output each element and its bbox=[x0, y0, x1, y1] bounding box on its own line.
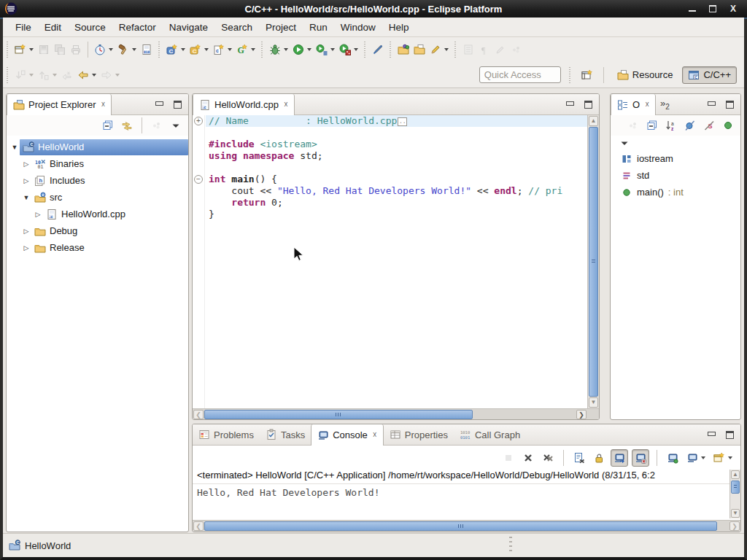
expand-arrow-icon[interactable]: ▷ bbox=[21, 228, 31, 235]
scroll-lock-button[interactable] bbox=[591, 449, 607, 467]
pin-console-button[interactable] bbox=[665, 449, 681, 467]
expand-arrow-icon[interactable]: ▷ bbox=[21, 177, 31, 184]
tab-tasks[interactable]: Tasks bbox=[260, 424, 311, 445]
scroll-right-icon[interactable]: ❯ bbox=[576, 410, 587, 419]
toolbar-handle[interactable] bbox=[4, 67, 11, 83]
maximize-view-button[interactable] bbox=[173, 101, 182, 109]
menu-source[interactable]: Source bbox=[68, 19, 112, 36]
status-resize-handle[interactable] bbox=[509, 537, 512, 554]
maximize-view-button[interactable] bbox=[725, 431, 735, 439]
tab-problems[interactable]: Problems bbox=[193, 424, 260, 445]
new-class-button[interactable]: G bbox=[234, 41, 258, 58]
tree-item-includes[interactable]: ▷hIncludes bbox=[7, 172, 188, 189]
hide-fields-button[interactable] bbox=[682, 117, 698, 134]
minimize-view-button[interactable] bbox=[707, 101, 716, 109]
open-perspective-button[interactable] bbox=[579, 66, 595, 84]
dropdown-chevron-icon[interactable] bbox=[701, 456, 705, 459]
open-resource-button[interactable] bbox=[411, 41, 427, 58]
tab-console[interactable]: Console☓ bbox=[311, 424, 384, 446]
scroll-left-icon[interactable]: ❮ bbox=[193, 410, 204, 419]
stdout-button[interactable] bbox=[611, 449, 628, 467]
dropdown-chevron-icon[interactable] bbox=[29, 48, 34, 51]
scroll-down-icon[interactable]: ▼ bbox=[731, 509, 740, 518]
maximize-editor-button[interactable] bbox=[584, 101, 593, 109]
editor-horizontal-scrollbar[interactable]: ❮ ❯ bbox=[193, 408, 599, 420]
close-icon[interactable]: ☓ bbox=[643, 100, 649, 109]
new-cpp-class-button[interactable]: C bbox=[187, 41, 211, 58]
tree-item-helloworld[interactable]: ▼CHelloWorld bbox=[7, 139, 188, 155]
scroll-left-icon[interactable]: ❮ bbox=[193, 521, 204, 531]
open-console-button[interactable] bbox=[711, 449, 735, 467]
dropdown-chevron-icon[interactable] bbox=[728, 456, 732, 459]
toolbar-handle[interactable] bbox=[4, 42, 11, 58]
dropdown-chevron-icon[interactable] bbox=[92, 74, 96, 77]
scroll-down-icon[interactable]: ▼ bbox=[589, 397, 598, 408]
view-menu-button[interactable] bbox=[616, 134, 632, 152]
console-vertical-scrollbar[interactable]: ▲ ▼ bbox=[729, 470, 740, 518]
new-wizard-button[interactable] bbox=[12, 41, 36, 58]
scrollbar-thumb[interactable] bbox=[731, 481, 740, 494]
collapse-arrow-icon[interactable]: ▼ bbox=[9, 144, 20, 151]
folded-region-icon[interactable]: .. bbox=[398, 117, 407, 126]
sort-az-button[interactable]: az bbox=[663, 117, 679, 134]
menu-edit[interactable]: Edit bbox=[38, 19, 68, 36]
build-button[interactable] bbox=[115, 41, 139, 58]
tab-helloworld-cpp[interactable]: .c HelloWorld.cpp ☓ bbox=[193, 94, 295, 115]
run-button[interactable] bbox=[290, 41, 314, 58]
tab-project-explorer[interactable]: Project Explorer ☓ bbox=[7, 94, 112, 115]
minimize-view-button[interactable] bbox=[155, 101, 164, 109]
tree-item-helloworld-cpp[interactable]: ▷.cHelloWorld.cpp bbox=[7, 206, 188, 222]
code-area[interactable]: // Name : HelloWorld.cpp..#include <iost… bbox=[206, 115, 587, 408]
hide-static-button[interactable]: S bbox=[701, 117, 717, 134]
menu-search[interactable]: Search bbox=[214, 19, 259, 36]
dropdown-chevron-icon[interactable] bbox=[204, 48, 209, 51]
editor-vertical-scrollbar[interactable]: ▲ ▼ bbox=[587, 115, 599, 408]
dropdown-chevron-icon[interactable] bbox=[307, 48, 311, 51]
dropdown-chevron-icon[interactable] bbox=[109, 48, 113, 51]
dropdown-chevron-icon[interactable] bbox=[354, 48, 358, 51]
stderr-button[interactable] bbox=[632, 449, 649, 467]
expand-arrow-icon[interactable]: ▷ bbox=[21, 160, 31, 168]
window-close-button[interactable]: X bbox=[728, 4, 738, 13]
outline-item-iostream[interactable]: iostream bbox=[611, 150, 740, 167]
close-icon[interactable]: ☓ bbox=[282, 100, 288, 109]
toolbar-handle[interactable] bbox=[259, 42, 266, 58]
debug-button[interactable] bbox=[267, 41, 290, 58]
tab-properties[interactable]: Properties bbox=[384, 424, 454, 445]
dropdown-chevron-icon[interactable] bbox=[444, 48, 449, 51]
scrollbar-thumb[interactable] bbox=[204, 410, 473, 419]
menu-help[interactable]: Help bbox=[382, 19, 416, 36]
window-minimize-button[interactable] bbox=[687, 4, 697, 13]
scroll-up-icon[interactable]: ▲ bbox=[589, 116, 598, 126]
binary-file-button[interactable]: 010 bbox=[139, 41, 155, 58]
console-output[interactable]: Hello, Red Hat Developers World! ▲ ▼ bbox=[193, 484, 740, 518]
profile-button[interactable] bbox=[92, 41, 115, 58]
minimize-view-button[interactable] bbox=[707, 431, 716, 439]
expand-arrow-icon[interactable]: ▷ bbox=[33, 211, 43, 218]
dropdown-chevron-icon[interactable] bbox=[330, 48, 335, 51]
perspective-resource-button[interactable]: Resource bbox=[612, 67, 678, 83]
minimize-editor-button[interactable] bbox=[565, 101, 575, 109]
hide-nonpublic-button[interactable] bbox=[720, 117, 736, 134]
hidden-tabs-indicator[interactable]: »2 bbox=[656, 98, 674, 111]
collapse-all-button[interactable] bbox=[100, 117, 116, 134]
display-console-button[interactable] bbox=[684, 449, 708, 467]
scroll-up-icon[interactable]: ▲ bbox=[731, 470, 740, 479]
dropdown-chevron-icon[interactable] bbox=[181, 48, 185, 51]
outline-item-std[interactable]: std bbox=[611, 167, 740, 184]
toolbar-handle[interactable] bbox=[567, 67, 573, 83]
console-horizontal-scrollbar[interactable]: ❮ ❯ bbox=[193, 520, 740, 532]
tree-item-src[interactable]: ▼csrc bbox=[7, 189, 188, 206]
view-menu-button[interactable] bbox=[168, 117, 184, 134]
scrollbar-thumb[interactable] bbox=[204, 521, 717, 531]
dropdown-chevron-icon[interactable] bbox=[132, 48, 136, 51]
tree-item-release[interactable]: ▷Release bbox=[7, 239, 188, 256]
menu-refactor[interactable]: Refactor bbox=[112, 19, 163, 36]
menu-project[interactable]: Project bbox=[259, 19, 303, 36]
close-icon[interactable]: ☓ bbox=[99, 100, 105, 109]
perspective-cpp-button[interactable]: C C/C++ bbox=[682, 66, 737, 84]
remove-button[interactable] bbox=[520, 449, 536, 467]
tree-item-debug[interactable]: ▷Debug bbox=[7, 222, 188, 239]
tab-call-graph[interactable]: 10100101Call Graph bbox=[454, 424, 526, 445]
collapse-all-button[interactable] bbox=[644, 117, 660, 134]
